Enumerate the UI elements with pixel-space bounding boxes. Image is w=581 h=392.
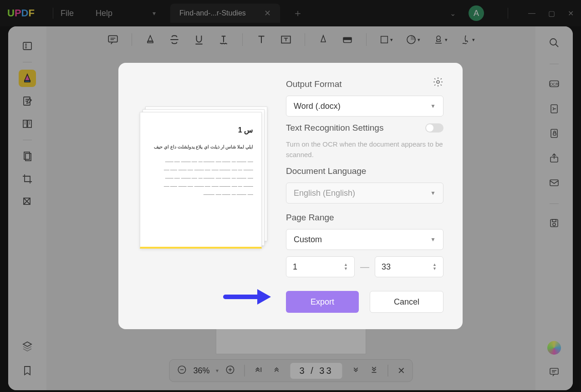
spinner-icons[interactable]: ▲▼: [344, 263, 348, 271]
page-sheet-front: س 1 ايلي لملا شاس ار ذيلت اي يلاع يدولشل…: [140, 112, 262, 249]
chevron-down-icon: ▼: [430, 190, 436, 196]
ocr-hint: Turn on the OCR when the document appear…: [286, 139, 443, 160]
range-dash: —: [360, 262, 369, 272]
range-to-value: 33: [382, 262, 391, 272]
document-language-select[interactable]: English (English) ▼: [286, 183, 443, 204]
page-range-label: Page Range: [286, 213, 443, 223]
document-language-value: English (English): [294, 188, 355, 198]
page-preview: س 1 ايلي لملا شاس ار ذيلت اي يلاع يدولشل…: [140, 107, 267, 248]
range-to-input[interactable]: 33 ▲▼: [375, 256, 443, 277]
cancel-button[interactable]: Cancel: [370, 291, 443, 313]
chevron-down-icon: ▼: [430, 103, 436, 109]
annotation-arrow-icon: [223, 285, 273, 308]
document-language-label: Document Language: [286, 166, 443, 176]
page-range-value: Custom: [294, 235, 322, 244]
spinner-icons[interactable]: ▲▼: [433, 263, 437, 271]
preview-column: س 1 ايلي لملا شاس ار ذيلت اي يلاع يدولشل…: [138, 79, 270, 313]
form-column: Output Format Word (.docx) ▼ Text Recogn…: [286, 79, 443, 313]
export-button[interactable]: Export: [286, 291, 359, 313]
range-from-input[interactable]: 1 ▲▼: [286, 256, 355, 277]
page-range-select[interactable]: Custom ▼: [286, 229, 443, 250]
chevron-down-icon: ▼: [430, 236, 436, 243]
preview-page-number: س 1: [148, 123, 253, 137]
output-format-label: Output Format: [286, 79, 443, 89]
modal-overlay: س 1 ايلي لملا شاس ار ذيلت اي يلاع يدولشل…: [0, 0, 581, 392]
settings-gear-icon[interactable]: [433, 76, 443, 89]
output-format-value: Word (.docx): [294, 102, 341, 111]
ocr-settings-label: Text Recognition Settings: [286, 123, 383, 133]
ocr-toggle[interactable]: [425, 123, 443, 132]
range-from-value: 1: [293, 262, 297, 272]
export-dialog: س 1 ايلي لملا شاس ار ذيلت اي يلاع يدولشل…: [118, 63, 463, 329]
svg-point-30: [437, 81, 439, 83]
output-format-select[interactable]: Word (.docx) ▼: [286, 96, 443, 117]
